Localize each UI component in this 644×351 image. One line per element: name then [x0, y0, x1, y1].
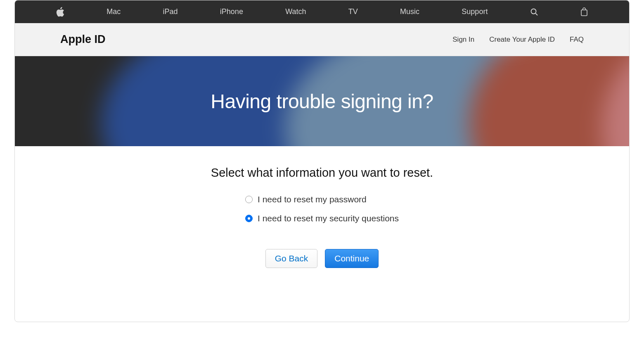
- form-heading: Select what information you want to rese…: [31, 166, 613, 180]
- reset-options: I need to reset my password I need to re…: [245, 194, 399, 223]
- nav-item-support[interactable]: Support: [462, 7, 488, 16]
- sub-nav-links: Sign In Create Your Apple ID FAQ: [452, 36, 584, 44]
- continue-button[interactable]: Continue: [325, 249, 379, 268]
- hero-title: Having trouble signing in?: [211, 90, 433, 113]
- option-reset-password[interactable]: I need to reset my password: [245, 194, 367, 204]
- apple-logo-icon[interactable]: [56, 7, 64, 17]
- radio-icon[interactable]: [245, 196, 253, 203]
- reset-form: Select what information you want to rese…: [15, 146, 629, 285]
- option-reset-security-questions[interactable]: I need to reset my security questions: [245, 213, 399, 223]
- link-sign-in[interactable]: Sign In: [452, 36, 474, 44]
- option-label: I need to reset my security questions: [258, 213, 399, 223]
- nav-item-mac[interactable]: Mac: [107, 7, 121, 16]
- brand-title[interactable]: Apple ID: [60, 33, 106, 46]
- global-nav: Mac iPad iPhone Watch TV Music Support: [15, 0, 629, 23]
- link-create-apple-id[interactable]: Create Your Apple ID: [489, 36, 555, 44]
- radio-icon[interactable]: [245, 215, 253, 222]
- svg-line-1: [535, 13, 537, 15]
- go-back-button[interactable]: Go Back: [265, 249, 318, 268]
- search-icon[interactable]: [530, 8, 538, 16]
- nav-item-ipad[interactable]: iPad: [163, 7, 178, 16]
- bag-icon[interactable]: [580, 7, 588, 17]
- svg-point-0: [531, 9, 536, 14]
- nav-item-iphone[interactable]: iPhone: [220, 7, 243, 16]
- nav-item-watch[interactable]: Watch: [285, 7, 306, 16]
- link-faq[interactable]: FAQ: [570, 36, 584, 44]
- nav-item-tv[interactable]: TV: [348, 7, 358, 16]
- form-buttons: Go Back Continue: [31, 249, 613, 268]
- option-label: I need to reset my password: [258, 194, 367, 204]
- svg-rect-2: [581, 10, 587, 16]
- hero-banner: Having trouble signing in?: [15, 56, 629, 146]
- sub-nav: Apple ID Sign In Create Your Apple ID FA…: [15, 23, 629, 56]
- nav-item-music[interactable]: Music: [400, 7, 419, 16]
